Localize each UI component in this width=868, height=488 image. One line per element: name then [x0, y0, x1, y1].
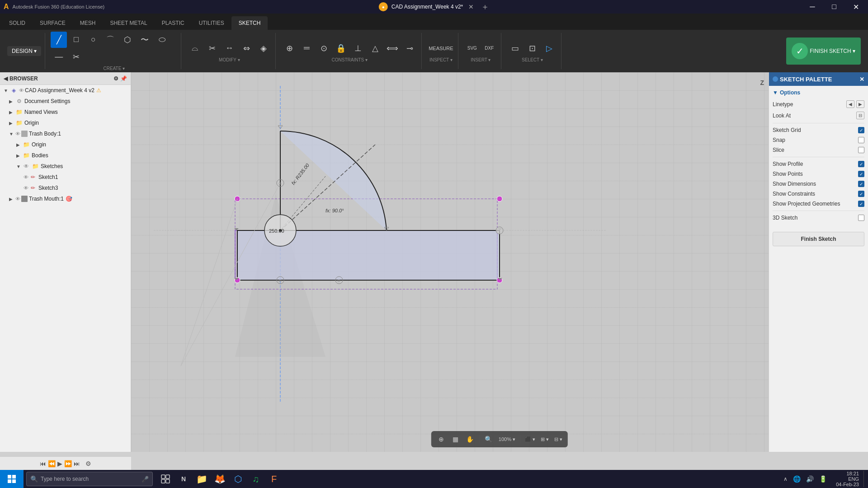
show-profile-checkbox[interactable]: ✓: [858, 161, 864, 167]
named-views-chevron-icon[interactable]: ▶: [9, 110, 14, 115]
look-at-button[interactable]: ▦: [449, 433, 462, 446]
perspective-dropdown[interactable]: ⊟ ▾: [552, 436, 564, 443]
create-label[interactable]: CREATE ▾: [104, 66, 125, 71]
sketch3-eye-icon[interactable]: 👁: [24, 185, 28, 191]
linetype-back-icon[interactable]: ◀: [846, 100, 854, 108]
finish-sketch-button[interactable]: ✓ FINISH SKETCH ▾: [786, 38, 861, 65]
trash-mouth-eye-icon[interactable]: 👁: [15, 196, 20, 202]
mirror-tool[interactable]: ⇔: [238, 40, 255, 56]
root-eye-icon[interactable]: 👁: [19, 88, 24, 93]
spotify-icon[interactable]: ♫: [248, 471, 264, 487]
browser-item-doc-settings[interactable]: ▶ ⚙ Document Settings: [0, 96, 131, 107]
close-button[interactable]: ✕: [845, 0, 866, 14]
playback-play-button[interactable]: ▶: [57, 460, 62, 467]
perpendicular-tool[interactable]: ⊥: [350, 40, 366, 56]
sketch-grid-checkbox[interactable]: ✓: [858, 127, 864, 133]
browser-item-sketches[interactable]: ▼ 👁 📁 Sketches: [0, 161, 131, 172]
select-label[interactable]: SELECT ▾: [522, 57, 543, 62]
grid-dropdown[interactable]: ⊞ ▾: [539, 436, 551, 443]
concentric-tool[interactable]: ⊙: [316, 40, 332, 56]
collinear-tool[interactable]: ═: [298, 40, 315, 56]
slot-tool[interactable]: —: [51, 49, 67, 65]
tray-chevron-icon[interactable]: ∧: [783, 475, 788, 483]
close-tab-icon[interactable]: ✕: [468, 3, 474, 10]
offset-tool[interactable]: ◈: [255, 40, 272, 56]
show-projected-checkbox[interactable]: ✓: [858, 201, 864, 207]
explorer-icon[interactable]: 📁: [193, 471, 210, 487]
tab-solid[interactable]: SOLID: [2, 16, 33, 30]
playback-start-button[interactable]: ⏮: [40, 460, 46, 467]
bodies-chevron-icon[interactable]: ▶: [16, 153, 22, 158]
root-chevron-icon[interactable]: ▼: [4, 88, 9, 93]
palette-options-title[interactable]: ▼ Options: [773, 89, 864, 96]
line-tool[interactable]: ╱: [51, 32, 67, 48]
slice-checkbox[interactable]: [858, 147, 864, 153]
playback-end-button[interactable]: ⏭: [74, 460, 80, 467]
show-points-checkbox[interactable]: ✓: [858, 171, 864, 177]
extend-tool[interactable]: ↔: [221, 40, 237, 56]
design-button[interactable]: DESIGN ▾: [7, 46, 41, 56]
lock-tool[interactable]: 🔒: [333, 40, 349, 56]
trash-body-eye-icon[interactable]: 👁: [15, 131, 20, 136]
search-input[interactable]: [41, 476, 139, 482]
measure-tool[interactable]: MEASURE: [427, 40, 454, 56]
playback-next-button[interactable]: ⏩: [64, 460, 72, 467]
task-view-button[interactable]: [157, 471, 174, 487]
linetype-forward-icon[interactable]: ▶: [856, 100, 864, 108]
polygon-tool[interactable]: ⬡: [119, 32, 136, 48]
trim-tool[interactable]: ✂: [68, 49, 84, 65]
ellipse-tool[interactable]: ⬭: [154, 32, 170, 48]
show-desktop-button[interactable]: [863, 471, 866, 487]
start-button[interactable]: [0, 470, 24, 488]
3d-sketch-checkbox[interactable]: [858, 215, 864, 221]
browser-item-sketch3[interactable]: 👁 ✏ Sketch3: [0, 183, 131, 193]
orbit-button[interactable]: ⊕: [435, 433, 448, 446]
playback-prev-button[interactable]: ⏪: [48, 460, 56, 467]
browser-item-named-views[interactable]: ▶ 📁 Named Views: [0, 107, 131, 117]
insert-label[interactable]: INSERT ▾: [471, 57, 491, 62]
tab-surface[interactable]: SURFACE: [33, 16, 73, 30]
cursor-tool[interactable]: ▷: [541, 40, 557, 56]
browser-item-trash-mouth[interactable]: ▶ 👁 Trash Mouth:1 🎯: [0, 193, 131, 204]
pan-button[interactable]: ✋: [464, 433, 476, 446]
palette-collapse-icon[interactable]: ✕: [859, 76, 864, 83]
browser-options-icon[interactable]: ⚙: [113, 75, 118, 82]
firefox-icon[interactable]: 🦊: [212, 471, 228, 487]
viewport[interactable]: Z FRONT Place first point +: [131, 72, 868, 452]
network-icon[interactable]: 🌐: [792, 474, 802, 483]
select-mode-tool[interactable]: ⊡: [524, 40, 540, 56]
sketches-eye-icon[interactable]: 👁: [23, 163, 30, 170]
notion-icon[interactable]: N: [175, 471, 192, 487]
modify-label[interactable]: MODIFY ▾: [219, 57, 240, 62]
sound-icon[interactable]: 🔊: [805, 474, 815, 483]
trash-mouth-chevron-icon[interactable]: ▶: [9, 197, 14, 202]
constraints-label[interactable]: CONSTRAINTS ▾: [332, 57, 368, 62]
show-constraints-checkbox[interactable]: ✓: [858, 191, 864, 197]
browser-item-trash-body[interactable]: ▼ 👁 Trash Body:1: [0, 128, 131, 139]
browser-collapse-icon[interactable]: ◀: [4, 75, 8, 82]
lookat-icon[interactable]: ⊟: [856, 112, 864, 119]
zoom-button[interactable]: 🔍: [482, 433, 495, 446]
midpoint-tool[interactable]: ⊸: [401, 40, 418, 56]
tab-sketch[interactable]: SKETCH: [231, 16, 268, 30]
trim-modify-tool[interactable]: ✂: [204, 40, 220, 56]
insert-dxf-tool[interactable]: DXF: [481, 40, 497, 56]
coincident-tool[interactable]: ⊕: [281, 40, 297, 56]
inspect-label[interactable]: INSPECT ▾: [429, 57, 453, 62]
minimize-button[interactable]: ─: [802, 0, 823, 14]
snap-checkbox[interactable]: [858, 137, 864, 143]
spline-tool[interactable]: 〜: [137, 32, 153, 48]
tab-sheet-metal[interactable]: SHEET METAL: [103, 16, 154, 30]
rectangle-tool[interactable]: □: [68, 32, 84, 48]
sketch1-eye-icon[interactable]: 👁: [24, 174, 28, 180]
sketch-canvas[interactable]: fx: R235.00 fx: 90.0° 250.00 ⊙ ⊙ ⊙: [154, 86, 606, 402]
clock-display[interactable]: 18:21 ENG 04-Feb-23: [833, 471, 862, 487]
tab-mesh[interactable]: MESH: [73, 16, 103, 30]
trash-body-chevron-icon[interactable]: ▼: [9, 131, 14, 136]
browser-item-bodies[interactable]: ▶ 📁 Bodies: [0, 150, 131, 161]
search-voice-icon[interactable]: 🎤: [142, 476, 149, 483]
tab-plastic[interactable]: PLASTIC: [155, 16, 192, 30]
add-tab-icon[interactable]: ＋: [481, 1, 489, 12]
origin2-chevron-icon[interactable]: ▶: [16, 142, 22, 147]
insert-svg-tool[interactable]: SVG: [464, 40, 480, 56]
